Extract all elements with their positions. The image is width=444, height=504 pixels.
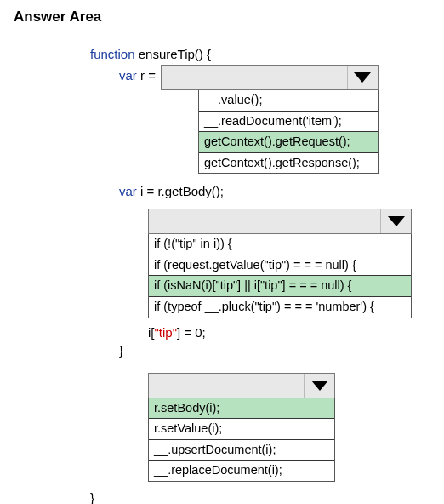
dropdown-2-value <box>149 209 380 233</box>
dropdown-2[interactable]: if (!("tip" in i)) { if (request.getValu… <box>148 209 412 318</box>
dropdown-2-option[interactable]: if (!("tip" in i)) { <box>149 234 411 255</box>
chevron-down-icon[interactable] <box>347 66 378 89</box>
code-block: function ensureTip() { var r = __.value(… <box>90 47 430 504</box>
svg-marker-0 <box>354 72 371 83</box>
dropdown-3-option[interactable]: __.replaceDocument(i); <box>149 461 334 481</box>
dropdown-3-options: r.setBody(i); r.setValue(i); __.upsertDo… <box>148 398 335 482</box>
dropdown-1-value <box>162 66 347 89</box>
chevron-down-icon[interactable] <box>304 374 334 398</box>
svg-marker-2 <box>311 381 328 391</box>
dropdown-2-options: if (!("tip" in i)) { if (request.getValu… <box>148 234 412 318</box>
var-i-line: var i = r.getBody(); <box>90 184 430 198</box>
dropdown-3-option[interactable]: r.setValue(i); <box>149 419 334 440</box>
tip-assign-pre: i[ <box>148 325 155 340</box>
dropdown-1-bar[interactable] <box>161 65 379 90</box>
keyword-function: function <box>90 47 135 61</box>
dropdown-3-value <box>149 374 304 398</box>
dropdown-3-option[interactable]: __.upsertDocument(i); <box>149 440 334 461</box>
dropdown-1-option[interactable]: __.value(); <box>199 90 378 112</box>
tip-assign-line: i["tip"] = 0; <box>90 325 430 340</box>
keyword-var: var <box>119 68 137 83</box>
fn-name: ensureTip() { <box>135 47 211 61</box>
keyword-var: var <box>119 184 137 198</box>
dropdown-2-option[interactable]: if (isNaN(i)["tip"] || i["tip"] = = = nu… <box>149 276 411 297</box>
inner-brace-close: } <box>90 343 430 358</box>
chevron-down-icon[interactable] <box>380 209 411 233</box>
dropdown-3-option[interactable]: r.setBody(i); <box>149 398 334 420</box>
dropdown-1-option[interactable]: getContext().getResponse(); <box>199 153 378 174</box>
page-title: Answer Area <box>14 9 430 26</box>
i-getbody: i = r.getBody(); <box>137 184 224 198</box>
r-equals: r = <box>137 68 156 83</box>
fn-decl-line: function ensureTip() { <box>90 47 430 61</box>
dropdown-1[interactable]: __.value(); __.readDocument('item'); get… <box>161 65 379 174</box>
var-r-line: var r = __.value(); __.readDocument('ite… <box>90 65 430 174</box>
dropdown-1-option[interactable]: __.readDocument('item'); <box>199 112 378 133</box>
dropdown-3[interactable]: r.setBody(i); r.setValue(i); __.upsertDo… <box>148 373 335 482</box>
dropdown-1-option[interactable]: getContext().getRequest(); <box>199 132 378 153</box>
tip-string: "tip" <box>155 325 178 340</box>
svg-marker-1 <box>388 216 405 226</box>
dropdown-2-option[interactable]: if (typeof __.pluck("tip") = = = 'number… <box>149 297 411 318</box>
dropdown-1-options: __.value(); __.readDocument('item'); get… <box>198 90 379 174</box>
dropdown-2-bar[interactable] <box>148 209 412 234</box>
outer-brace-close: } <box>90 490 430 504</box>
dropdown-3-bar[interactable] <box>148 373 335 398</box>
tip-assign-post: ] = 0; <box>177 325 206 340</box>
dropdown-2-option[interactable]: if (request.getValue("tip") = = = null) … <box>149 255 411 277</box>
